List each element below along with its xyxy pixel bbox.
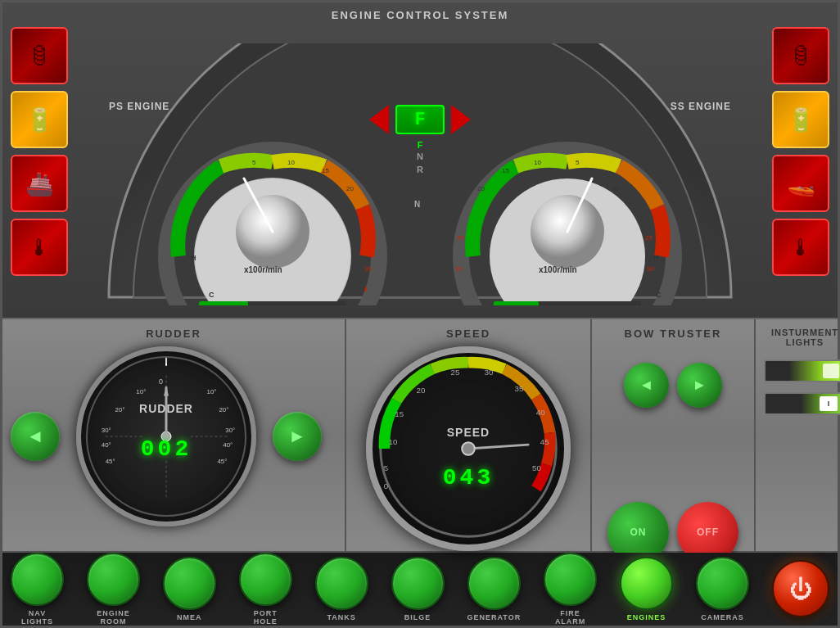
right-indicator-vessel[interactable]: 🚤 — [772, 155, 829, 212]
bow-thruster-title: BOW TRUSTER — [625, 328, 722, 340]
speed-center-label: SPEED — [447, 426, 490, 439]
light-2-indicator: I — [828, 400, 830, 408]
nav-label-fire-alarm: FIREALARM — [555, 609, 586, 626]
battery-icon-left: 🔋 — [25, 106, 54, 133]
instrument-lights-section: INSTURMENT LIGHTS I — [756, 319, 840, 551]
nav-circle-cameras[interactable] — [696, 557, 749, 610]
battery-icon-right: 🔋 — [787, 106, 815, 133]
rudder-left-button[interactable]: ◄ — [11, 412, 60, 461]
nav-btn-nav-lights[interactable]: NAVLIGHTS — [11, 553, 64, 626]
svg-text:40: 40 — [536, 408, 545, 417]
bilge-icon-left: 🚢 — [25, 170, 54, 197]
svg-rect-16 — [199, 301, 248, 305]
svg-text:40°: 40° — [223, 441, 233, 449]
engine-control-section: ENGINE CONTROL SYSTEM 🛢 🔋 🚢 🌡 🛢 🔋 — [2, 2, 838, 319]
bow-right-button[interactable]: ► — [677, 363, 722, 408]
instrument-lights-title: INSTURMENT LIGHTS — [771, 328, 838, 347]
gear-display: F — [395, 105, 445, 134]
gear-labels: F N R — [417, 140, 423, 174]
svg-text:15: 15 — [502, 167, 509, 174]
left-indicator-bilge[interactable]: 🚢 — [11, 155, 68, 212]
svg-text:x100r/min: x100r/min — [539, 265, 577, 274]
nav-btn-nmea[interactable]: NMEA — [163, 557, 216, 621]
bow-onoff-row: ON OFF — [607, 420, 738, 563]
nav-circle-engine-room[interactable] — [87, 553, 140, 606]
bottom-nav: NAVLIGHTS ENGINEROOM NMEA PORTHOLE TANKS… — [2, 553, 838, 626]
svg-text:5: 5 — [252, 159, 256, 166]
bow-left-button[interactable]: ◄ — [624, 363, 669, 408]
nav-btn-bilge[interactable]: BILGE — [391, 557, 445, 621]
svg-text:25: 25 — [451, 368, 460, 377]
right-indicator-battery[interactable]: 🔋 — [772, 91, 829, 148]
svg-text:30: 30 — [485, 368, 494, 377]
nav-btn-port-hole[interactable]: PORTHOLE — [239, 553, 292, 626]
gear-left-arrow[interactable] — [369, 105, 389, 134]
nav-circle-nav-lights[interactable] — [11, 553, 64, 606]
nav-btn-engine-room[interactable]: ENGINEROOM — [87, 553, 140, 626]
right-indicator-oil[interactable]: 🛢 — [772, 27, 829, 84]
nav-btn-fire-alarm[interactable]: FIREALARM — [544, 553, 597, 626]
speed-gauge-svg: 10 15 20 25 30 35 40 45 50 5 0 — [373, 350, 564, 547]
svg-text:H: H — [653, 254, 659, 262]
nav-circle-generator[interactable] — [467, 557, 521, 610]
rudder-left-arrow-icon: ◄ — [26, 426, 44, 447]
svg-text:30: 30 — [364, 265, 372, 273]
light-bar-2[interactable]: I — [764, 392, 840, 415]
rudder-gauge: 0 10° 20° 30° 40° 45° 10° 20° 30° 40° 45… — [76, 346, 256, 526]
speed-section: SPEED — [346, 319, 592, 551]
oil-icon-left: 🛢 — [28, 43, 51, 70]
svg-point-70 — [462, 442, 475, 455]
nav-circle-port-hole[interactable] — [239, 553, 292, 606]
speed-gauge: 10 15 20 25 30 35 40 45 50 5 0 SPEED 043 — [366, 346, 571, 551]
nav-btn-tanks[interactable]: TANKS — [315, 557, 368, 621]
svg-text:25: 25 — [363, 234, 370, 242]
svg-text:0: 0 — [384, 481, 389, 490]
right-indicators: 🛢 🔋 🚤 🌡 — [772, 27, 829, 276]
svg-text:20: 20 — [346, 185, 354, 192]
svg-text:45°: 45° — [106, 457, 115, 464]
svg-text:45°: 45° — [217, 457, 227, 464]
light-bar-1[interactable] — [764, 359, 840, 382]
gauge-svg: H 20 15 10 5 25 30 ⬇ x100r/min C — [84, 43, 756, 305]
main-container: ENGINE CONTROL SYSTEM 🛢 🔋 🚢 🌡 🛢 🔋 — [0, 0, 840, 628]
oil-icon-right: 🛢 — [789, 43, 812, 70]
bow-left-arrow-icon: ◄ — [639, 377, 654, 394]
nav-btn-engines[interactable]: ENGINES — [620, 557, 673, 621]
left-indicators: 🛢 🔋 🚢 🌡 — [11, 27, 68, 276]
nav-circle-nmea[interactable] — [163, 557, 216, 610]
left-indicator-oil[interactable]: 🛢 — [11, 27, 68, 84]
rudder-right-button[interactable]: ► — [273, 412, 322, 461]
engine-title: ENGINE CONTROL SYSTEM — [2, 2, 838, 28]
svg-text:10°: 10° — [136, 387, 146, 395]
nav-btn-generator[interactable]: GENERATOR — [467, 557, 522, 621]
svg-text:10°: 10° — [207, 387, 217, 395]
nav-label-generator: GENERATOR — [467, 613, 522, 621]
left-indicator-battery[interactable]: 🔋 — [11, 91, 68, 148]
svg-text:15: 15 — [322, 167, 329, 174]
svg-text:20: 20 — [417, 386, 426, 395]
svg-text:30: 30 — [455, 265, 463, 273]
svg-text:35: 35 — [515, 384, 524, 393]
svg-text:25: 25 — [457, 234, 464, 242]
right-indicator-coolant[interactable]: 🌡 — [772, 219, 829, 276]
gear-n-label: N — [417, 151, 423, 161]
nav-circle-bilge[interactable] — [391, 557, 445, 610]
nav-circle-fire-alarm[interactable] — [544, 553, 597, 606]
left-indicator-coolant[interactable]: 🌡 — [11, 219, 68, 276]
svg-marker-56 — [164, 385, 169, 395]
svg-text:30°: 30° — [102, 427, 111, 434]
svg-text:20°: 20° — [219, 406, 228, 413]
gear-right-arrow[interactable] — [451, 105, 471, 134]
nav-label-nmea: NMEA — [177, 613, 202, 621]
svg-text:20°: 20° — [115, 406, 125, 413]
rudder-controls: ◄ — [11, 346, 336, 526]
speed-digital-display: 043 — [443, 465, 494, 490]
svg-text:20: 20 — [612, 185, 620, 192]
svg-line-69 — [468, 445, 528, 449]
power-button[interactable]: ⏻ — [772, 560, 829, 617]
svg-text:50: 50 — [532, 463, 541, 472]
svg-text:H: H — [191, 254, 196, 262]
nav-btn-cameras[interactable]: CAMERAS — [696, 557, 749, 621]
nav-circle-tanks[interactable] — [315, 557, 368, 610]
nav-circle-engines[interactable] — [620, 557, 673, 610]
